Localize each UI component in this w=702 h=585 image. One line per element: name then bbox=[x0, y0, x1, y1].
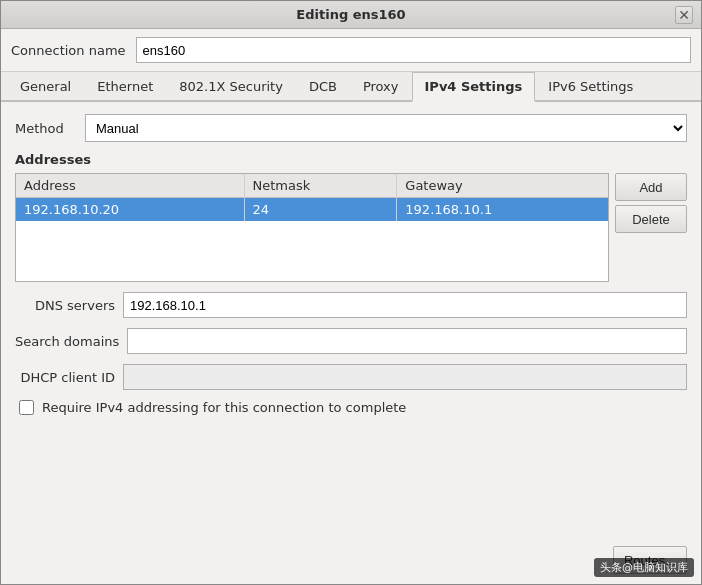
addresses-table: Address Netmask Gateway 192.168.10.20 24… bbox=[16, 174, 608, 281]
tab-general[interactable]: General bbox=[7, 72, 84, 102]
tab-proxy[interactable]: Proxy bbox=[350, 72, 412, 102]
addresses-table-wrap: Address Netmask Gateway 192.168.10.20 24… bbox=[15, 173, 609, 282]
dhcp-client-id-label: DHCP client ID bbox=[15, 370, 115, 385]
table-row-empty3 bbox=[16, 261, 608, 281]
cell-gateway: 192.168.10.1 bbox=[397, 198, 608, 222]
watermark: 头条@电脑知识库 bbox=[594, 558, 694, 577]
add-button[interactable]: Add bbox=[615, 173, 687, 201]
search-domains-input[interactable] bbox=[127, 328, 687, 354]
tab-ipv6-settings[interactable]: IPv6 Settings bbox=[535, 72, 646, 102]
content-area: Method Automatic (DHCP) Manual Link-Loca… bbox=[1, 102, 701, 540]
tab-802-1x-security[interactable]: 802.1X Security bbox=[166, 72, 296, 102]
connection-name-label: Connection name bbox=[11, 43, 126, 58]
window-title: Editing ens160 bbox=[296, 7, 405, 22]
col-netmask: Netmask bbox=[244, 174, 397, 198]
addresses-title: Addresses bbox=[15, 152, 687, 167]
table-row-empty bbox=[16, 221, 608, 241]
titlebar: Editing ens160 ✕ bbox=[1, 1, 701, 29]
cell-netmask: 24 bbox=[244, 198, 397, 222]
table-header-row: Address Netmask Gateway bbox=[16, 174, 608, 198]
connection-name-input[interactable] bbox=[136, 37, 691, 63]
dns-servers-row: DNS servers bbox=[15, 292, 687, 318]
addresses-section: Addresses Address Netmask Gateway bbox=[15, 152, 687, 282]
main-window: Editing ens160 ✕ Connection name General… bbox=[0, 0, 702, 585]
cell-address: 192.168.10.20 bbox=[16, 198, 244, 222]
col-gateway: Gateway bbox=[397, 174, 608, 198]
tab-ipv4-settings[interactable]: IPv4 Settings bbox=[412, 72, 536, 102]
tabs-bar: General Ethernet 802.1X Security DCB Pro… bbox=[1, 72, 701, 102]
ipv4-checkbox-label: Require IPv4 addressing for this connect… bbox=[42, 400, 406, 415]
method-row: Method Automatic (DHCP) Manual Link-Loca… bbox=[15, 114, 687, 142]
tab-dcb[interactable]: DCB bbox=[296, 72, 350, 102]
ipv4-require-checkbox[interactable] bbox=[19, 400, 34, 415]
table-row-empty2 bbox=[16, 241, 608, 261]
address-buttons: Add Delete bbox=[615, 173, 687, 282]
ipv4-checkbox-row: Require IPv4 addressing for this connect… bbox=[19, 400, 687, 415]
close-button[interactable]: ✕ bbox=[675, 6, 693, 24]
delete-button[interactable]: Delete bbox=[615, 205, 687, 233]
search-domains-row: Search domains bbox=[15, 328, 687, 354]
search-domains-label: Search domains bbox=[15, 334, 119, 349]
dns-servers-input[interactable] bbox=[123, 292, 687, 318]
col-address: Address bbox=[16, 174, 244, 198]
dhcp-client-id-input[interactable] bbox=[123, 364, 687, 390]
dhcp-client-id-row: DHCP client ID bbox=[15, 364, 687, 390]
method-select[interactable]: Automatic (DHCP) Manual Link-Local Only … bbox=[85, 114, 687, 142]
tab-ethernet[interactable]: Ethernet bbox=[84, 72, 166, 102]
table-row[interactable]: 192.168.10.20 24 192.168.10.1 bbox=[16, 198, 608, 222]
method-label: Method bbox=[15, 121, 75, 136]
addresses-container: Address Netmask Gateway 192.168.10.20 24… bbox=[15, 173, 687, 282]
dns-servers-label: DNS servers bbox=[15, 298, 115, 313]
connection-name-row: Connection name bbox=[1, 29, 701, 72]
